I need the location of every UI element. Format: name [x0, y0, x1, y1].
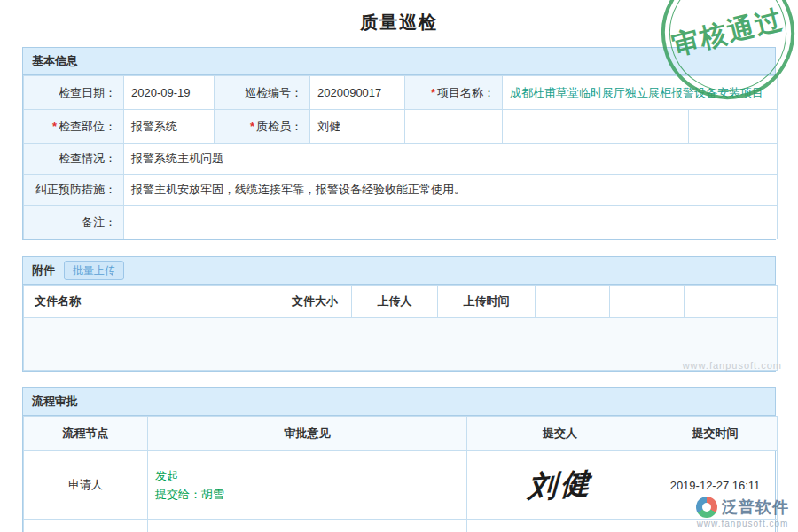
- measures-label: 纠正预防措施：: [24, 175, 124, 206]
- attachments-title: 附件: [32, 257, 55, 284]
- empty-cell: [591, 110, 689, 144]
- check-date-label: 检查日期：: [24, 76, 124, 110]
- empty-cell: [689, 110, 778, 144]
- attachments-header-row: 文件名称 文件大小 上传人 上传时间: [24, 286, 778, 318]
- attachments-section: 附件 批量上传 文件名称 文件大小 上传人 上传时间: [22, 256, 776, 372]
- col-time: 提交时间: [653, 417, 778, 451]
- basic-info-header: 基本信息: [23, 48, 775, 75]
- approval-header: 流程审批: [23, 388, 775, 416]
- approval-signature-cell: 刘健: [467, 451, 653, 520]
- basic-info-row-2: *检查部位： 报警系统 *质检员： 刘健: [24, 110, 778, 144]
- remark-label: 备注：: [24, 206, 124, 239]
- project-name-cell: 成都杜甫草堂临时展厅独立展柜报警设备安装项目: [503, 76, 778, 110]
- approval-detail-text: 提交给：胡雪: [155, 485, 459, 504]
- approval-signature-cell: 胡雪: [467, 520, 653, 532]
- required-mark: *: [250, 120, 254, 133]
- situation-label: 检查情况：: [24, 144, 124, 175]
- empty-cell: [405, 110, 503, 144]
- col-submitter: 提交人: [467, 417, 653, 451]
- col-file-size: 文件大小: [278, 286, 352, 318]
- basic-info-table: 检查日期： 2020-09-19 巡检编号： 2020090017 *项目名称：…: [23, 75, 778, 239]
- required-mark: *: [52, 120, 57, 133]
- attachments-table: 文件名称 文件大小 上传人 上传时间: [23, 285, 778, 371]
- inspection-no-value: 2020090017: [310, 76, 405, 110]
- col-node: 流程节点: [24, 417, 148, 451]
- attachments-empty-row: [24, 318, 778, 371]
- required-mark: *: [431, 86, 435, 99]
- empty-cell: [503, 110, 591, 144]
- inspection-no-label: 巡检编号：: [215, 76, 310, 110]
- col-uploader: 上传人: [352, 286, 438, 318]
- basic-info-row-1: 检查日期： 2020-09-19 巡检编号： 2020090017 *项目名称：…: [24, 76, 778, 110]
- batch-upload-button[interactable]: 批量上传: [64, 261, 124, 280]
- approval-action-link[interactable]: 发起: [155, 466, 459, 485]
- situation-value: 报警系统主机问题: [124, 144, 778, 175]
- check-part-value: 报警系统: [124, 110, 215, 144]
- approval-row-applicant: 申请人 发起 提交给：胡雪 刘健 2019-12-27 16:11: [24, 451, 778, 520]
- basic-info-section: 基本信息 检查日期： 2020-09-19 巡检编号： 2020090017 *…: [22, 47, 776, 240]
- approval-node: 申请人: [24, 451, 148, 520]
- approval-opinion-cell: 通过 流程结束: [148, 520, 467, 532]
- empty-header-cell: [610, 286, 685, 318]
- basic-info-row-5: 备注：: [24, 206, 778, 239]
- attachments-empty-area: [24, 318, 778, 371]
- page-title: 质量巡检: [0, 11, 798, 35]
- col-upload-time: 上传时间: [438, 286, 536, 318]
- col-opinion: 审批意见: [148, 417, 467, 451]
- measures-value: 报警主机安放牢固，线缆连接牢靠，报警设备经验收能正常使用。: [124, 175, 778, 206]
- approval-node: 领导审批: [24, 520, 148, 532]
- approval-row-leader: 领导审批 通过 流程结束 胡雪 2019-12-27 16:19: [24, 520, 778, 532]
- approval-opinion-cell: 发起 提交给：胡雪: [148, 451, 467, 520]
- inspector-value: 刘健: [310, 110, 405, 144]
- inspector-label: *质检员：: [215, 110, 310, 144]
- empty-header-cell: [536, 286, 610, 318]
- empty-header-cell: [685, 286, 778, 318]
- attachments-header: 附件 批量上传: [23, 257, 775, 285]
- approval-header-row: 流程节点 审批意见 提交人 提交时间: [24, 417, 778, 451]
- approval-time: 2019-12-27 16:19: [653, 520, 778, 532]
- check-date-value: 2020-09-19: [124, 76, 215, 110]
- project-name-link[interactable]: 成都杜甫草堂临时展厅独立展柜报警设备安装项目: [510, 86, 763, 99]
- approval-table: 流程节点 审批意见 提交人 提交时间 申请人 发起 提交给：胡雪 刘健 2019…: [23, 416, 778, 532]
- project-name-label: *项目名称：: [405, 76, 503, 110]
- signature-handwriting: 刘健: [527, 463, 593, 507]
- check-part-label: *检查部位：: [24, 110, 124, 144]
- remark-value: [124, 206, 778, 239]
- approval-section: 流程审批 流程节点 审批意见 提交人 提交时间 申请人 发起 提交给：胡雪 刘健…: [22, 387, 776, 532]
- basic-info-row-3: 检查情况： 报警系统主机问题: [24, 144, 778, 175]
- basic-info-row-4: 纠正预防措施： 报警主机安放牢固，线缆连接牢靠，报警设备经验收能正常使用。: [24, 175, 778, 206]
- col-file-name: 文件名称: [24, 286, 278, 318]
- approval-time: 2019-12-27 16:11: [653, 451, 778, 520]
